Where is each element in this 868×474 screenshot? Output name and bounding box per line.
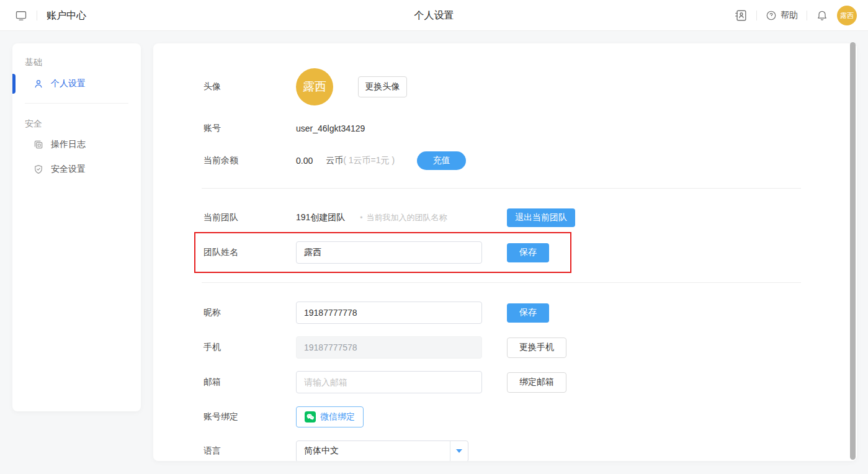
binding-label: 账号绑定 bbox=[204, 411, 296, 423]
help-icon bbox=[766, 10, 777, 21]
select-caret-box bbox=[450, 441, 468, 462]
active-item-indicator bbox=[12, 74, 16, 94]
vertical-scrollbar[interactable] bbox=[850, 42, 856, 460]
team-hint: •当前我加入的团队名称 bbox=[360, 212, 447, 223]
sidebar-item-label: 安全设置 bbox=[51, 164, 86, 175]
recharge-button[interactable]: 充值 bbox=[417, 151, 466, 170]
bell-icon[interactable] bbox=[816, 9, 828, 22]
section-divider bbox=[202, 282, 801, 283]
hint-bullet: • bbox=[360, 213, 362, 222]
email-row: 邮箱 绑定邮箱 bbox=[204, 371, 820, 393]
wechat-icon bbox=[305, 411, 316, 423]
balance-unit: 云币( 1云币=1元 ) bbox=[326, 155, 395, 166]
sidebar-section-basic: 基础 bbox=[25, 57, 42, 68]
team-name-label: 团队姓名 bbox=[204, 247, 296, 258]
log-icon bbox=[33, 139, 44, 150]
header-divider bbox=[756, 11, 757, 20]
bind-email-button[interactable]: 绑定邮箱 bbox=[507, 372, 566, 393]
exit-team-button[interactable]: 退出当前团队 bbox=[507, 208, 575, 227]
phone-input bbox=[296, 336, 482, 359]
nickname-input[interactable] bbox=[296, 302, 482, 324]
balance-label: 当前余额 bbox=[204, 155, 296, 166]
page-title: 个人设置 bbox=[414, 0, 454, 31]
avatar-row: 头像 露西 更换头像 bbox=[204, 68, 820, 105]
team-name-row: 团队姓名 保存 bbox=[204, 241, 820, 264]
header-divider bbox=[37, 11, 37, 20]
language-row: 语言 简体中文 bbox=[204, 440, 820, 461]
team-name-input[interactable] bbox=[296, 241, 482, 264]
avatar-label: 头像 bbox=[204, 81, 296, 92]
team-label: 当前团队 bbox=[204, 212, 296, 223]
phone-row: 手机 更换手机 bbox=[204, 336, 820, 359]
sidebar-item-operation-logs[interactable]: 操作日志 bbox=[12, 133, 141, 156]
sidebar-divider bbox=[25, 103, 128, 104]
balance-row: 当前余额 0.00 云币( 1云币=1元 ) 充值 bbox=[204, 150, 820, 172]
account-label: 账号 bbox=[204, 123, 296, 134]
help-label: 帮助 bbox=[781, 10, 798, 21]
account-binding-row: 账号绑定 微信绑定 bbox=[204, 406, 820, 428]
email-input[interactable] bbox=[296, 371, 482, 393]
wechat-bind-button[interactable]: 微信绑定 bbox=[296, 406, 364, 427]
email-label: 邮箱 bbox=[204, 377, 296, 388]
breadcrumb: 账户中心 bbox=[47, 9, 86, 22]
save-nickname-button[interactable]: 保存 bbox=[507, 303, 549, 323]
language-label: 语言 bbox=[204, 445, 296, 457]
team-value: 191创建团队 bbox=[296, 212, 345, 223]
account-value: user_46lgkt34129 bbox=[296, 123, 365, 133]
section-divider bbox=[202, 188, 801, 189]
nickname-label: 昵称 bbox=[204, 307, 296, 318]
balance-amount: 0.00 bbox=[296, 156, 313, 166]
language-selected-value: 简体中文 bbox=[304, 445, 339, 457]
shield-check-icon bbox=[33, 164, 44, 175]
contacts-icon[interactable] bbox=[734, 9, 748, 22]
sidebar-item-security-settings[interactable]: 安全设置 bbox=[12, 158, 141, 181]
user-icon bbox=[33, 78, 44, 89]
profile-avatar: 露西 bbox=[296, 68, 333, 105]
account-row: 账号 user_46lgkt34129 bbox=[204, 117, 820, 140]
save-team-name-button[interactable]: 保存 bbox=[507, 243, 549, 262]
personal-settings-panel: 头像 露西 更换头像 账号 user_46lgkt34129 当前余额 0.00… bbox=[153, 43, 857, 461]
header-divider bbox=[807, 11, 807, 20]
phone-label: 手机 bbox=[204, 342, 296, 353]
sidebar: 基础 个人设置 安全 操作日志 安全设置 bbox=[12, 43, 141, 411]
current-team-row: 当前团队 191创建团队 •当前我加入的团队名称 退出当前团队 bbox=[204, 207, 820, 229]
sidebar-section-security: 安全 bbox=[25, 118, 42, 130]
sidebar-item-personal-settings[interactable]: 个人设置 bbox=[12, 73, 141, 95]
user-avatar[interactable]: 露西 bbox=[837, 6, 857, 25]
wechat-bind-label: 微信绑定 bbox=[320, 411, 355, 423]
nickname-row: 昵称 保存 bbox=[204, 302, 820, 324]
sidebar-item-label: 个人设置 bbox=[51, 78, 86, 89]
change-phone-button[interactable]: 更换手机 bbox=[507, 338, 566, 358]
balance-note: ( 1云币=1元 ) bbox=[343, 155, 395, 165]
change-avatar-button[interactable]: 更换头像 bbox=[358, 76, 407, 97]
language-select[interactable]: 简体中文 bbox=[296, 440, 468, 462]
top-header: 账户中心 个人设置 帮助 bbox=[0, 0, 868, 31]
help-button[interactable]: 帮助 bbox=[766, 10, 798, 21]
sidebar-item-label: 操作日志 bbox=[51, 139, 86, 150]
monitor-icon[interactable] bbox=[15, 9, 27, 22]
chevron-down-icon bbox=[456, 449, 462, 453]
